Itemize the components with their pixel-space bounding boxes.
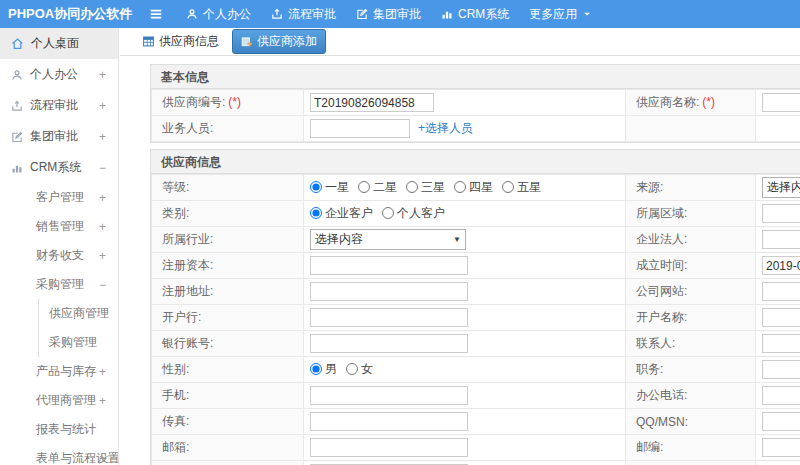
supplier-code-label: 供应商编号:(*) — [152, 90, 304, 116]
registered-address-input[interactable] — [310, 282, 468, 301]
sidebar-item-label: 代理商管理 — [36, 392, 96, 409]
table-icon — [142, 35, 155, 48]
form-row: 所属行业:选择内容▼企业法人: — [152, 227, 800, 253]
level-option-5[interactable]: 五星 — [502, 180, 541, 194]
sidebar-submenu: 客户管理+销售管理+财务收支+采购管理−供应商管理采购管理产品与库存+代理商管理… — [0, 183, 118, 465]
nav-item-personal-office[interactable]: 个人办公 — [176, 0, 261, 28]
business-person-input[interactable] — [310, 119, 410, 138]
level-radio-4[interactable] — [454, 181, 466, 193]
nav-item-more-apps[interactable]: 更多应用 — [519, 0, 602, 28]
category-option-2[interactable]: 个人客户 — [382, 206, 445, 220]
industry-select[interactable]: 选择内容▼ — [310, 229, 466, 250]
legal-person-input[interactable] — [762, 230, 800, 249]
job-title-input[interactable] — [762, 360, 800, 379]
category-radio-2[interactable] — [382, 207, 394, 219]
level-radio-1[interactable] — [310, 181, 322, 193]
share-icon — [271, 8, 283, 20]
account-name-field-cell — [756, 305, 800, 331]
sidebar-item-crm-system[interactable]: CRM系统− — [0, 152, 118, 183]
mobile-input[interactable] — [310, 386, 468, 405]
sidebar-item-supplier-mgmt[interactable]: 供应商管理 — [39, 299, 118, 328]
nav-item-label: CRM系统 — [458, 6, 509, 23]
level-option-3[interactable]: 三星 — [406, 180, 445, 194]
qq-msn-input[interactable] — [762, 412, 800, 431]
level-option-4[interactable]: 四星 — [454, 180, 493, 194]
dropdown-caret-icon: ▼ — [453, 235, 461, 244]
expand-plus-icon: + — [99, 452, 106, 465]
sidebar-item-personal-desktop[interactable]: 个人桌面 — [0, 28, 118, 59]
supplier-name-input[interactable] — [762, 93, 800, 112]
gender-option-1[interactable]: 男 — [310, 362, 337, 376]
sidebar-item-group-approval[interactable]: 集团审批+ — [0, 121, 118, 152]
source-select-value: 选择内容 — [767, 179, 800, 196]
form-row: 类别:企业客户个人客户所属区域: — [152, 201, 800, 227]
sidebar-item-label: CRM系统 — [30, 159, 81, 176]
sidebar-item-label: 采购管理 — [49, 334, 97, 351]
form-row: 性别:男女职务: — [152, 357, 800, 383]
bank-branch-input[interactable] — [310, 308, 468, 327]
company-website-input[interactable] — [762, 282, 800, 301]
tab-supplier-info[interactable]: 供应商信息 — [137, 30, 224, 53]
sidebar-item-purchase-mgmt[interactable]: 采购管理− — [0, 270, 118, 299]
gender-option-2[interactable]: 女 — [346, 362, 373, 376]
category-radio-1[interactable] — [310, 207, 322, 219]
email-input[interactable] — [310, 438, 468, 457]
registered-capital-input[interactable] — [310, 256, 468, 275]
sidebar-item-report-stats[interactable]: 报表与统计 — [0, 415, 118, 444]
form-row: 地址: — [152, 461, 800, 465]
business-person-picker-link[interactable]: +选择人员 — [418, 121, 473, 135]
expand-plus-icon: + — [99, 99, 106, 113]
sidebar-item-personal-office[interactable]: 个人办公+ — [0, 59, 118, 90]
office-phone-input[interactable] — [762, 386, 800, 405]
form-row: 供应商编号:(*)供应商名称:(*) — [152, 90, 800, 116]
founded-date-input[interactable] — [762, 256, 800, 275]
sidebar-item-agent-mgmt[interactable]: 代理商管理+ — [0, 386, 118, 415]
sidebar-item-product-stock[interactable]: 产品与库存+ — [0, 357, 118, 386]
nav-item-crm-system[interactable]: CRM系统 — [431, 0, 519, 28]
postcode-input[interactable] — [762, 438, 800, 457]
nav-item-group-approval[interactable]: 集团审批 — [346, 0, 431, 28]
registered-capital-field-cell — [304, 253, 626, 279]
caret-down-icon — [582, 9, 592, 19]
level-option-1[interactable]: 一星 — [310, 180, 349, 194]
form-section-basic-info: 基本信息供应商编号:(*)供应商名称:(*)业务人员:+选择人员 — [150, 64, 800, 143]
gender-radio-1[interactable] — [310, 363, 322, 375]
nav-item-workflow-approval[interactable]: 流程审批 — [261, 0, 346, 28]
source-select[interactable]: 选择内容▼ — [762, 177, 800, 198]
level-radio-5[interactable] — [502, 181, 514, 193]
category-option-1[interactable]: 企业客户 — [310, 206, 373, 220]
tab-supplier-add[interactable]: 供应商添加 — [232, 29, 326, 54]
sidebar-item-sales-mgmt[interactable]: 销售管理+ — [0, 212, 118, 241]
fax-input[interactable] — [310, 412, 468, 431]
form-area: 基本信息供应商编号:(*)供应商名称:(*)业务人员:+选择人员供应商信息等级:… — [120, 64, 800, 465]
fax-label: 传真: — [152, 409, 304, 435]
sidebar-item-finance-inout[interactable]: 财务收支+ — [0, 241, 118, 270]
expand-plus-icon: + — [99, 68, 106, 82]
add-icon — [241, 36, 253, 48]
level-radio-2[interactable] — [358, 181, 370, 193]
level-option-2[interactable]: 二星 — [358, 180, 397, 194]
fax-field-cell — [304, 409, 626, 435]
sidebar-item-form-flow-settings[interactable]: 表单与流程设置+ — [0, 444, 118, 465]
contact-person-input[interactable] — [762, 334, 800, 353]
region-input[interactable] — [762, 204, 800, 223]
sidebar-item-procurement-mgmt[interactable]: 采购管理 — [39, 328, 118, 357]
nav-item-label: 集团审批 — [373, 6, 421, 23]
supplier-code-input[interactable] — [310, 93, 434, 112]
gender-radio-2[interactable] — [346, 363, 358, 375]
level-radio-3[interactable] — [406, 181, 418, 193]
menu-toggle-button[interactable] — [142, 0, 170, 28]
edit-icon — [356, 8, 368, 20]
collapse-minus-icon: − — [99, 161, 106, 175]
region-label: 所属区域: — [626, 201, 756, 227]
category-label: 类别: — [152, 201, 304, 227]
office-phone-label: 办公电话: — [626, 383, 756, 409]
founded-date-field-cell — [756, 253, 800, 279]
sidebar-item-workflow-approval[interactable]: 流程审批+ — [0, 90, 118, 121]
address-label: 地址: — [152, 461, 304, 465]
account-name-input[interactable] — [762, 308, 800, 327]
sidebar-item-label: 报表与统计 — [36, 421, 96, 438]
bank-account-input[interactable] — [310, 334, 468, 353]
industry-label: 所属行业: — [152, 227, 304, 253]
sidebar-item-customer-mgmt[interactable]: 客户管理+ — [0, 183, 118, 212]
